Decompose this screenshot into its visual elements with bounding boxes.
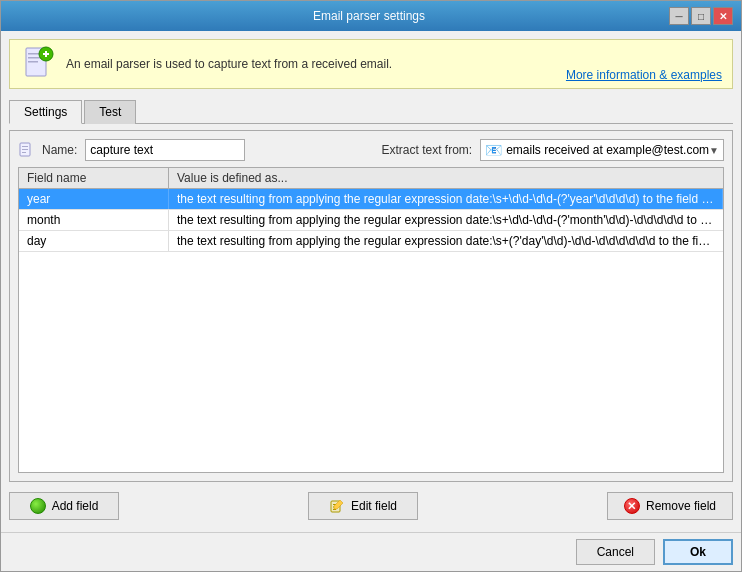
maximize-button[interactable]: □ bbox=[691, 7, 711, 25]
add-field-icon bbox=[30, 498, 46, 514]
minimize-button[interactable]: ─ bbox=[669, 7, 689, 25]
name-field-icon bbox=[18, 142, 34, 158]
main-window: Email parser settings ─ □ ✕ bbox=[0, 0, 742, 572]
field-value-cell: the text resulting from applying the reg… bbox=[169, 210, 723, 230]
bottom-buttons: Add field Edit field ✕ bbox=[9, 488, 733, 524]
remove-field-icon: ✕ bbox=[624, 498, 640, 514]
cancel-button[interactable]: Cancel bbox=[576, 539, 655, 565]
tabs-row: Settings Test bbox=[9, 99, 733, 124]
tab-settings[interactable]: Settings bbox=[9, 100, 82, 124]
select-arrow-icon: ▼ bbox=[709, 145, 719, 156]
name-row: Name: Extract text from: 📧 emails receiv… bbox=[18, 139, 724, 161]
field-name-cell: month bbox=[19, 210, 169, 230]
remove-field-label: Remove field bbox=[646, 499, 716, 513]
header-field-name: Field name bbox=[19, 168, 169, 188]
field-value-cell: the text resulting from applying the reg… bbox=[169, 189, 723, 209]
edit-field-label: Edit field bbox=[351, 499, 397, 513]
name-input[interactable] bbox=[85, 139, 245, 161]
svg-rect-9 bbox=[22, 149, 28, 150]
svg-rect-10 bbox=[22, 152, 26, 153]
tab-test[interactable]: Test bbox=[84, 100, 136, 124]
email-icon: 📧 bbox=[485, 142, 502, 158]
extract-select[interactable]: 📧 emails received at example@test.com ▼ bbox=[480, 139, 724, 161]
dialog-footer: Cancel Ok bbox=[1, 532, 741, 571]
table-row[interactable]: month the text resulting from applying t… bbox=[19, 210, 723, 231]
svg-rect-8 bbox=[22, 146, 28, 147]
field-value-cell: the text resulting from applying the reg… bbox=[169, 231, 723, 251]
ok-button[interactable]: Ok bbox=[663, 539, 733, 565]
window-controls: ─ □ ✕ bbox=[669, 7, 733, 25]
close-button[interactable]: ✕ bbox=[713, 7, 733, 25]
name-label: Name: bbox=[42, 143, 77, 157]
window-title: Email parser settings bbox=[69, 9, 669, 23]
extract-label: Extract text from: bbox=[381, 143, 472, 157]
add-field-button[interactable]: Add field bbox=[9, 492, 119, 520]
title-bar: Email parser settings ─ □ ✕ bbox=[1, 1, 741, 31]
content-area: An email parser is used to capture text … bbox=[1, 31, 741, 532]
info-bar: An email parser is used to capture text … bbox=[9, 39, 733, 89]
svg-rect-3 bbox=[28, 61, 38, 63]
table-body: year the text resulting from applying th… bbox=[19, 189, 723, 252]
svg-rect-1 bbox=[28, 53, 40, 55]
edit-field-icon bbox=[329, 498, 345, 514]
main-panel: Name: Extract text from: 📧 emails receiv… bbox=[9, 130, 733, 482]
more-info-link[interactable]: More information & examples bbox=[566, 68, 722, 82]
table-row[interactable]: year the text resulting from applying th… bbox=[19, 189, 723, 210]
field-name-cell: day bbox=[19, 231, 169, 251]
remove-field-button[interactable]: ✕ Remove field bbox=[607, 492, 733, 520]
header-value: Value is defined as... bbox=[169, 168, 723, 188]
svg-rect-6 bbox=[45, 51, 47, 57]
table-header: Field name Value is defined as... bbox=[19, 168, 723, 189]
fields-table: Field name Value is defined as... year t… bbox=[18, 167, 724, 473]
edit-field-button[interactable]: Edit field bbox=[308, 492, 418, 520]
add-field-label: Add field bbox=[52, 499, 99, 513]
extract-value: emails received at example@test.com bbox=[506, 143, 709, 157]
field-name-cell: year bbox=[19, 189, 169, 209]
info-icon bbox=[20, 46, 56, 82]
table-row[interactable]: day the text resulting from applying the… bbox=[19, 231, 723, 252]
